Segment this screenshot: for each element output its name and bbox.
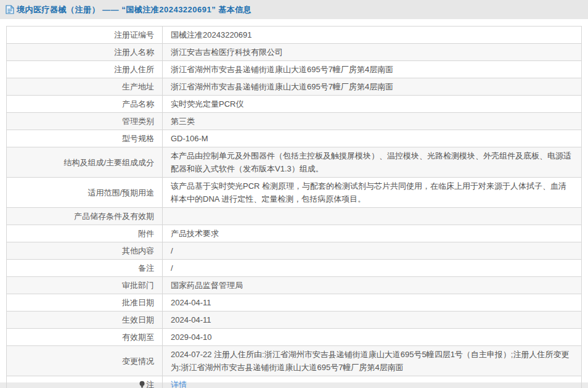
- table-row: 变更情况2024-07-22 注册人住所由:浙江省湖州市安吉县递铺街道康山大道6…: [7, 346, 582, 376]
- table-row: 备注/: [7, 260, 582, 277]
- row-value: 国械注准20243220691: [163, 27, 582, 44]
- table-row: 生效日期2024-04-11: [7, 312, 582, 329]
- row-label: 注: [7, 376, 163, 388]
- row-label: 备注: [7, 260, 163, 277]
- row-value: 产品技术要求: [163, 225, 582, 242]
- row-value: 浙江省湖州市安吉县递铺街道康山大道695号7幢厂房第4层南面: [163, 78, 582, 96]
- row-label: 适用范围/预期用途: [7, 178, 163, 208]
- content-panel: 注册证编号国械注准20243220691注册人名称浙江安吉吉检医疗科技有限公司注…: [0, 19, 588, 382]
- details-link[interactable]: 详情: [171, 380, 187, 388]
- row-label: 注册人住所: [7, 61, 163, 78]
- row-value: 2029-04-10: [163, 329, 582, 346]
- row-label: 审批部门: [7, 277, 163, 294]
- table-row: 有效期至2029-04-10: [7, 329, 582, 346]
- row-value: 2024-04-11: [163, 312, 582, 329]
- row-value: 该产品基于实时荧光PCR 检测原理，与配套的检测试剂与芯片共同使用，在临床上用于…: [163, 178, 582, 208]
- document-icon: [6, 5, 14, 14]
- row-label: 产品名称: [7, 96, 163, 113]
- page-header: 境内医疗器械（注册） —— “国械注准20243220691” 基本信息: [0, 0, 588, 19]
- row-label: 变更情况: [7, 346, 163, 376]
- row-label: 结构及组成/主要组成成分: [7, 147, 163, 178]
- row-label: 注册证编号: [7, 27, 163, 44]
- row-label: 有效期至: [7, 329, 163, 346]
- table-row: 批准日期2024-04-11: [7, 294, 582, 312]
- row-label: 生产地址: [7, 78, 163, 96]
- row-value: 国家药品监督管理局: [163, 277, 582, 294]
- row-value: 详情: [163, 376, 582, 388]
- table-row: 注册证编号国械注准20243220691: [7, 27, 582, 44]
- row-value: 2024-07-22 注册人住所由:浙江省湖州市安吉县递铺街道康山大道695号5…: [163, 346, 582, 376]
- row-value: GD-106-M: [163, 130, 582, 147]
- table-row: 型号规格GD-106-M: [7, 130, 582, 147]
- row-label: 注册人名称: [7, 44, 163, 61]
- row-value: /: [163, 260, 582, 277]
- row-value: 实时荧光定量PCR仪: [163, 96, 582, 113]
- row-label: 型号规格: [7, 130, 163, 147]
- row-value: 第三类: [163, 113, 582, 130]
- row-value: 本产品由控制单元及外围器件（包括主控板及触摸屏模块）、温控模块、光路检测模块、外…: [163, 147, 582, 178]
- row-label: 管理类别: [7, 113, 163, 130]
- table-row: 注册人住所浙江省湖州市安吉县递铺街道康山大道695号7幢厂房第4层南面: [7, 61, 582, 78]
- table-row: 注册人名称浙江安吉吉检医疗科技有限公司: [7, 44, 582, 61]
- row-label: 附件: [7, 225, 163, 242]
- table-row: 生产地址浙江省湖州市安吉县递铺街道康山大道695号7幢厂房第4层南面: [7, 78, 582, 96]
- row-label: 产品储存条件及有效期: [7, 208, 163, 225]
- table-row: 产品名称实时荧光定量PCR仪: [7, 96, 582, 113]
- row-label: 其他内容: [7, 242, 163, 260]
- table-row: 结构及组成/主要组成成分本产品由控制单元及外围器件（包括主控板及触摸屏模块）、温…: [7, 147, 582, 178]
- table-row: 审批部门国家药品监督管理局: [7, 277, 582, 294]
- row-value: 浙江安吉吉检医疗科技有限公司: [163, 44, 582, 61]
- row-value: /: [163, 242, 582, 260]
- row-value: 2024-04-11: [163, 294, 582, 312]
- table-row: 管理类别第三类: [7, 113, 582, 130]
- registration-info-table: 注册证编号国械注准20243220691注册人名称浙江安吉吉检医疗科技有限公司注…: [6, 26, 582, 388]
- row-value: 浙江省湖州市安吉县递铺街道康山大道695号7幢厂房第4层南面: [163, 61, 582, 78]
- table-row: 注详情: [7, 376, 582, 388]
- bulb-icon: [139, 381, 145, 388]
- table-row: 适用范围/预期用途该产品基于实时荧光PCR 检测原理，与配套的检测试剂与芯片共同…: [7, 178, 582, 208]
- table-row: 其他内容/: [7, 242, 582, 260]
- row-label: 生效日期: [7, 312, 163, 329]
- row-label: 批准日期: [7, 294, 163, 312]
- table-row: 产品储存条件及有效期: [7, 208, 582, 225]
- row-value: [163, 208, 582, 225]
- table-row: 附件产品技术要求: [7, 225, 582, 242]
- page-title: 境内医疗器械（注册） —— “国械注准20243220691” 基本信息: [17, 4, 251, 15]
